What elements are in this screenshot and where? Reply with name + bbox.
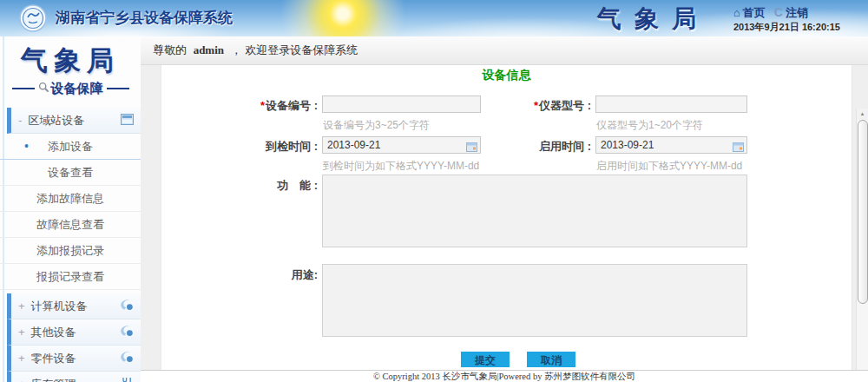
submenu-label: 报损记录查看 [36, 270, 104, 283]
equipment-number-label: *设备编号 : [212, 98, 318, 114]
sidebar-item-computer-equipment[interactable]: + 计算机设备 [7, 293, 141, 319]
bubble-icon [120, 325, 134, 339]
sidebar-subtitle: 设备保障 [0, 80, 141, 97]
calendar-icon[interactable] [466, 140, 477, 155]
sidebar-item-other-equipment[interactable]: + 其他设备 [7, 319, 141, 346]
vertical-scrollbar[interactable]: ▲ [856, 109, 868, 371]
sidebar-item-view-fault[interactable]: 故障信息查看 [0, 212, 141, 238]
magnifier-icon [38, 81, 49, 96]
sidebar-item-label: 其他设备 [31, 325, 120, 340]
copyright-text: © Copyright 2013 长沙市气象局|Powered by 苏州梦图软… [373, 372, 635, 381]
equipment-form-panel: 设备信息 *设备编号 : 设备编号为3~25个字符 *仪器型号 : 仪器型号为1… [161, 65, 852, 371]
sidebar-item-label: 零件设备 [31, 351, 120, 366]
submit-button[interactable]: 提交 [461, 352, 510, 367]
function-textarea[interactable] [322, 175, 747, 247]
logout-icon: C [774, 5, 783, 19]
expand-indicator: + [18, 300, 25, 313]
sidebar: 气象局 设备保障 - 区域站设备 [0, 36, 141, 382]
sidebar-submenu: • 添加设备 设备查看 添加故障信息 故障信息查看 添加报损记录 报损记录查看 [0, 134, 141, 290]
usage-textarea[interactable] [322, 264, 747, 337]
top-nav: ⌂首页C注销 [733, 5, 817, 21]
submenu-label: 设备查看 [48, 166, 93, 179]
form-title: 设备信息 [161, 68, 852, 83]
welcome-suffix: ， 欢迎登录设备保障系统 [231, 43, 358, 56]
top-header: 湖南省宁乡县设备保障系统 气象局 ⌂首页C注销 2013年9月21日 16:20… [0, 0, 868, 37]
instrument-model-hint: 仪器型号为1~20个字符 [596, 118, 703, 133]
submenu-label: 添加故障信息 [36, 192, 104, 205]
usage-label: 用途: [212, 267, 318, 283]
required-mark: * [534, 99, 538, 112]
equipment-number-hint: 设备编号为3~25个字符 [323, 118, 430, 133]
enable-date-hint: 启用时间如下格式YYYY-MM-dd [596, 159, 742, 174]
datetime: 2013年9月21日 16:20:15 [733, 21, 840, 34]
scrollbar-thumb[interactable] [858, 120, 868, 304]
sidebar-item-inventory[interactable]: + 库存管理 [7, 372, 141, 382]
sidebar-item-view-damage[interactable]: 报损记录查看 [0, 264, 141, 290]
enable-date-label: 启用时间 : [485, 139, 591, 155]
enable-date-input[interactable] [595, 136, 747, 154]
instrument-model-input[interactable] [595, 96, 747, 113]
sidebar-item-regional-station[interactable]: - 区域站设备 [7, 108, 141, 134]
equipment-number-input[interactable] [322, 96, 481, 113]
expand-indicator: + [18, 326, 25, 339]
bubble-icon [120, 299, 134, 313]
sidebar-item-parts-equipment[interactable]: + 零件设备 [7, 346, 141, 372]
main-area: 尊敬的 admin ， 欢迎登录设备保障系统 设备信息 *设备编号 : 设备编号… [141, 36, 868, 382]
sidebar-item-label: 区域站设备 [28, 113, 121, 128]
divider-line [107, 88, 129, 89]
sidebar-item-add-equipment[interactable]: • 添加设备 [0, 134, 141, 160]
home-link[interactable]: 首页 [743, 6, 766, 19]
window-icon [121, 114, 134, 128]
sidebar-item-label: 计算机设备 [31, 299, 120, 314]
welcome-prefix: 尊敬的 [153, 43, 187, 56]
inspection-date-label: 到检时间 : [212, 139, 318, 155]
sidebar-item-add-damage[interactable]: 添加报损记录 [0, 238, 141, 264]
scroll-up-icon[interactable]: ▲ [857, 109, 868, 120]
collapse-indicator: - [18, 114, 22, 127]
sidebar-subtitle-label: 设备保障 [51, 81, 103, 97]
inspection-date-input[interactable] [322, 136, 481, 154]
welcome-username: admin [194, 43, 224, 56]
system-title: 湖南省宁乡县设备保障系统 [56, 8, 233, 28]
sidebar-item-add-fault[interactable]: 添加故障信息 [0, 186, 141, 212]
tools-icon [122, 377, 134, 382]
org-emblem-icon [19, 4, 47, 36]
submenu-label: 添加报损记录 [36, 244, 104, 257]
expand-indicator: + [18, 378, 25, 382]
logout-link[interactable]: 注销 [786, 6, 808, 19]
calendar-icon[interactable] [733, 140, 744, 155]
bullet-icon: • [24, 134, 29, 159]
cancel-button[interactable]: 取消 [527, 352, 575, 367]
expand-indicator: + [18, 352, 25, 365]
app-window: 湖南省宁乡县设备保障系统 气象局 ⌂首页C注销 2013年9月21日 16:20… [0, 0, 868, 382]
instrument-model-label: *仪器型号 : [485, 98, 591, 114]
function-label: 功 能 : [212, 178, 318, 194]
sidebar-logo: 气象局 [0, 42, 141, 80]
footer: © Copyright 2013 长沙市气象局|Powered by 苏州梦图软… [141, 370, 868, 382]
required-mark: * [260, 99, 265, 112]
divider-line [12, 88, 35, 89]
welcome-bar: 尊敬的 admin ， 欢迎登录设备保障系统 [141, 36, 868, 65]
sidebar-item-label: 库存管理 [31, 377, 122, 382]
brand-title: 气象局 [597, 3, 709, 36]
bubble-icon [120, 351, 134, 366]
submenu-label: 故障信息查看 [36, 218, 104, 231]
inspection-date-hint: 到检时间为如下格式YYYY-MM-dd [323, 159, 479, 174]
content-area: 设备信息 *设备编号 : 设备编号为3~25个字符 *仪器型号 : 仪器型号为1… [141, 65, 868, 382]
home-icon: ⌂ [733, 6, 740, 19]
sidebar-collapsed-group: + 计算机设备 + 其他设备 [0, 293, 141, 382]
submenu-label: 添加设备 [48, 140, 93, 153]
sidebar-item-view-equipment[interactable]: 设备查看 [0, 160, 141, 186]
